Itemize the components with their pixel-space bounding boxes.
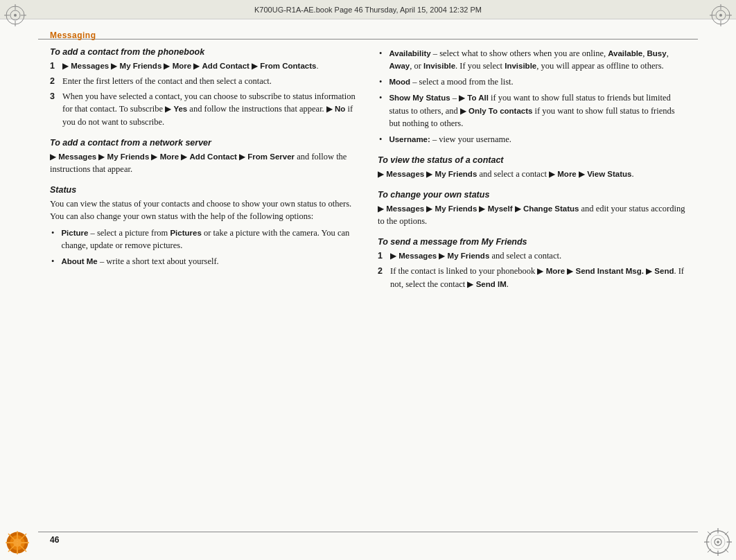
- block2-title: To add a contact from a network server: [50, 138, 358, 148]
- step-3: 3 When you have selected a contact, you …: [50, 90, 358, 128]
- header-divider: [38, 39, 698, 40]
- block3-bullets: Picture – select a picture from Pictures…: [50, 227, 358, 268]
- section-heading: Messaging: [50, 30, 96, 40]
- step-r2-content: If the contact is linked to your phonebo…: [390, 265, 686, 290]
- block4-body: ▶ Messages ▶ My Friends and select a con…: [378, 168, 686, 180]
- right-bullets-top: Availability – select what to show other…: [378, 47, 686, 146]
- step-num-1: 1: [50, 60, 58, 72]
- block4-title: To view the status of a contact: [378, 155, 686, 165]
- bullet-aboutme-text: About Me – write a short text about your…: [61, 255, 218, 268]
- right-column: Availability – select what to show other…: [378, 47, 686, 525]
- block1-title: To add a contact from the phonebook: [50, 47, 358, 57]
- header-text: K700UG-R1A-AE.book Page 46 Thursday, Apr…: [42, 6, 694, 14]
- corner-decoration-tr: [710, 4, 732, 26]
- step1-cmd: ▶ Messages ▶ My Friends ▶ More ▶ Add Con…: [62, 62, 319, 70]
- step-2-content: Enter the first letters of the contact a…: [62, 75, 358, 87]
- svg-point-9: [719, 14, 722, 17]
- step-r1-content: ▶ Messages ▶ My Friends and select a con…: [390, 250, 686, 262]
- page-number: 46: [50, 535, 59, 545]
- step-1: 1 ▶ Messages ▶ My Friends ▶ More ▶ Add C…: [50, 60, 358, 72]
- step-r1: 1 ▶ Messages ▶ My Friends and select a c…: [378, 250, 686, 262]
- bullet-mood: Mood – select a mood from the list.: [378, 76, 686, 88]
- block5-title: To change your own status: [378, 190, 686, 200]
- step-1-content: ▶ Messages ▶ My Friends ▶ More ▶ Add Con…: [62, 60, 358, 72]
- step-r-num-1: 1: [378, 250, 386, 262]
- bullet-mood-text: Mood – select a mood from the list.: [389, 76, 513, 88]
- svg-point-17: [717, 541, 719, 543]
- block6-title: To send a message from My Friends: [378, 237, 686, 247]
- bullet-availability-text: Availability – select what to show other…: [389, 47, 686, 72]
- bullet-username: Username: – view your username.: [378, 133, 686, 146]
- bullet-aboutme: About Me – write a short text about your…: [50, 255, 358, 268]
- corner-decoration-br: [704, 528, 732, 556]
- block5-body: ▶ Messages ▶ My Friends ▶ Myself ▶ Chang…: [378, 202, 686, 227]
- step-num-2: 2: [50, 75, 58, 87]
- block3-title: Status: [50, 185, 358, 195]
- bullet-availability: Availability – select what to show other…: [378, 47, 686, 72]
- header-bar: K700UG-R1A-AE.book Page 46 Thursday, Apr…: [0, 0, 736, 19]
- page: K700UG-R1A-AE.book Page 46 Thursday, Apr…: [0, 0, 736, 560]
- step-3-content: When you have selected a contact, you ca…: [62, 90, 358, 128]
- bullet-picture: Picture – select a picture from Pictures…: [50, 227, 358, 252]
- step-num-3: 3: [50, 90, 58, 128]
- step-r2: 2 If the contact is linked to your phone…: [378, 265, 686, 290]
- bullet-username-text: Username: – view your username.: [389, 133, 511, 146]
- svg-point-2: [14, 14, 17, 17]
- corner-decoration-bl: [4, 530, 30, 556]
- bullet-show-status-text: Show My Status – ▶ To All if you want to…: [389, 91, 686, 129]
- block3-body: You can view the status of your contacts…: [50, 198, 358, 222]
- left-column: To add a contact from the phonebook 1 ▶ …: [50, 47, 358, 525]
- bullet-picture-text: Picture – select a picture from Pictures…: [61, 227, 358, 252]
- main-content: To add a contact from the phonebook 1 ▶ …: [50, 47, 686, 525]
- footer-divider: [38, 532, 698, 532]
- corner-decoration-tl: [4, 4, 26, 26]
- bullet-show-status: Show My Status – ▶ To All if you want to…: [378, 91, 686, 129]
- step-r-num-2: 2: [378, 265, 386, 290]
- block2-body: ▶ Messages ▶ My Friends ▶ More ▶ Add Con…: [50, 150, 358, 175]
- step-2: 2 Enter the first letters of the contact…: [50, 75, 358, 87]
